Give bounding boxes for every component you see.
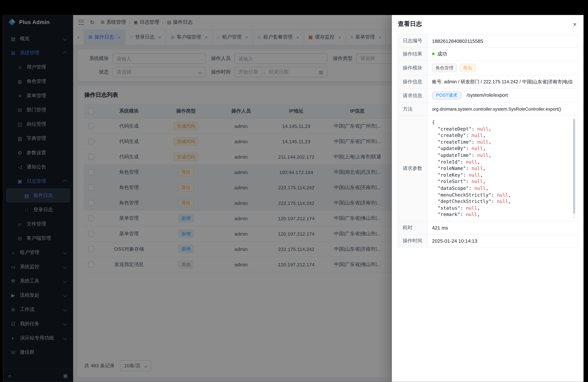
request-params-json[interactable]: { "createDept": null, "createBy": null, … — [432, 119, 573, 218]
detail-row-result: 操作结果 成功 — [398, 47, 577, 61]
json-null-value: null — [466, 159, 477, 164]
json-null-value: null — [497, 198, 508, 204]
json-key: "createTime": — [432, 139, 477, 145]
detail-label: 操作结果 — [398, 47, 427, 61]
json-line: "roleName": null, — [432, 165, 573, 172]
operation-info-value: 账号: admin / 研发部门 / 222.175.114.242 / 中国|… — [427, 75, 577, 88]
detail-label: 操作时间 — [398, 234, 427, 247]
json-key: "createBy": — [432, 132, 472, 138]
method-value: org.dromara.system.controller.system.Sys… — [427, 103, 577, 116]
close-drawer-icon[interactable]: × — [573, 21, 577, 27]
json-scrollbar-track — [573, 118, 575, 219]
detail-label: 请求信息 — [398, 88, 427, 103]
success-dot-icon — [432, 52, 435, 55]
detail-row-method: 方法 org.dromara.system.controller.system.… — [398, 103, 577, 116]
log-detail-table: 日志编号 1882612840802115585 操作结果 成功 操作模块 角色… — [398, 34, 578, 248]
json-line: { — [432, 119, 573, 126]
log-detail-drawer: 查看日志 × 日志编号 1882612840802115585 操作结果 成功 … — [392, 15, 583, 382]
app-window: Plus Admin ▤概览⊞系统管理☺用户管理◍角色管理≡菜单管理⊟部门管理◫… — [3, 15, 583, 382]
module-tag: 角色管理 — [432, 64, 457, 72]
json-key: "status": — [432, 205, 466, 211]
screen: Plus Admin ▤概览⊞系统管理☺用户管理◍角色管理≡菜单管理⊟部门管理◫… — [0, 0, 588, 382]
detail-row-log-id: 日志编号 1882612840802115585 — [398, 34, 577, 47]
json-null-value: null — [472, 146, 483, 151]
json-line: "roleId": null, — [432, 158, 573, 165]
json-key: "roleId": — [432, 159, 466, 164]
request-url: /system/role/export — [467, 92, 508, 98]
json-line: "createBy": null, — [432, 132, 573, 139]
json-line: "roleSort": null, — [432, 178, 573, 185]
json-null-value: null — [469, 172, 480, 178]
detail-row-request: 请求信息 POST请求 /system/role/export — [398, 88, 577, 103]
detail-label: 操作信息 — [398, 75, 427, 88]
json-key: "dataScope": — [432, 185, 474, 191]
detail-label: 操作模块 — [398, 61, 427, 75]
json-null-value: null — [472, 132, 483, 138]
json-null-value: null — [472, 179, 483, 184]
json-null-value: null — [477, 126, 488, 131]
json-line: "roleKey": null, — [432, 172, 573, 178]
json-key: "updateTime": — [432, 152, 477, 158]
detail-label: 方法 — [398, 103, 427, 116]
json-null-value: null — [472, 166, 483, 171]
json-line: "remark": null, — [432, 211, 573, 218]
json-key: "remark": — [432, 212, 466, 217]
json-line: "updateTime": null, — [432, 152, 573, 158]
json-line: "status": null, — [432, 205, 573, 211]
json-key: "updateBy": — [432, 146, 472, 151]
json-null-value: null — [497, 192, 508, 197]
json-null-value: null — [477, 139, 488, 145]
json-null-value: null — [466, 205, 477, 211]
json-line: "createDept": null, — [432, 126, 573, 132]
module-tag: 导出 — [460, 64, 475, 72]
log-id-value: 1882612840802115585 — [427, 34, 577, 47]
json-line: "updateBy": null, — [432, 145, 573, 152]
json-null-value: null — [466, 212, 477, 217]
drawer-header: 查看日志 × — [392, 15, 583, 32]
detail-row-params: 请求参数 { "createDept": null, "createBy": n… — [398, 116, 577, 221]
drawer-body: 日志编号 1882612840802115585 操作结果 成功 操作模块 角色… — [392, 32, 583, 254]
module-tags: 角色管理导出 — [427, 61, 577, 75]
json-key: "roleSort": — [432, 179, 472, 184]
drawer-title: 查看日志 — [398, 20, 422, 28]
detail-row-duration: 耗时 421 ms — [398, 221, 577, 234]
json-null-value: null — [477, 152, 488, 158]
detail-row-info: 操作信息 账号: admin / 研发部门 / 222.175.114.242 … — [398, 75, 577, 88]
json-key: "roleKey": — [432, 172, 469, 178]
duration-value: 421 ms — [427, 221, 577, 234]
result-value: 成功 — [437, 51, 447, 57]
json-line: "deptCheckStrictly": null, — [432, 198, 573, 205]
detail-row-module: 操作模块 角色管理导出 — [398, 61, 577, 75]
json-key: "roleName": — [432, 166, 472, 171]
json-key: "createDept": — [432, 126, 477, 131]
detail-label: 请求参数 — [398, 116, 427, 221]
json-line: "createTime": null, — [432, 139, 573, 145]
json-null-value: null — [474, 185, 485, 191]
operation-time-value: 2025-01-24 10:14:13 — [427, 234, 577, 247]
detail-label: 耗时 — [398, 221, 427, 234]
json-key: "deptCheckStrictly": — [432, 198, 497, 204]
request-method-badge: POST请求 — [432, 91, 462, 99]
json-scrollbar-thumb[interactable] — [573, 119, 575, 214]
detail-row-time: 操作时间 2025-01-24 10:14:13 — [398, 234, 577, 247]
json-key: "menuCheckStrictly": — [432, 192, 497, 197]
json-line: "dataScope": null, — [432, 185, 573, 191]
detail-label: 日志编号 — [398, 34, 427, 47]
json-line: "menuCheckStrictly": null, — [432, 191, 573, 198]
